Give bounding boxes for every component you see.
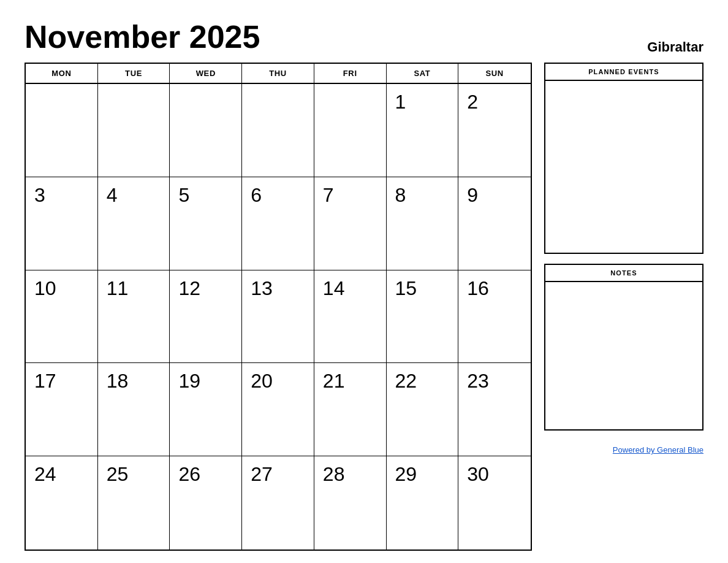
day-header-fri: FRI bbox=[314, 64, 387, 83]
day-number: 10 bbox=[34, 277, 56, 299]
region-title: Gibraltar bbox=[647, 39, 703, 55]
calendar-cell-2: 2 bbox=[458, 84, 531, 177]
calendar-cell-26: 26 bbox=[170, 456, 242, 550]
calendar-cell-8: 8 bbox=[387, 177, 459, 270]
day-header-sat: SAT bbox=[387, 64, 459, 83]
day-number: 23 bbox=[467, 370, 489, 392]
calendar-cell-3: 3 bbox=[26, 177, 98, 270]
day-number: 30 bbox=[467, 463, 489, 485]
calendar-cell-empty bbox=[170, 84, 242, 177]
day-number: 5 bbox=[178, 184, 189, 206]
planned-events-body bbox=[545, 81, 702, 253]
calendar-cell-16: 16 bbox=[458, 270, 531, 364]
footer: Powered by General Blue bbox=[544, 440, 703, 454]
month-title: November 2025 bbox=[25, 18, 260, 55]
calendar-cell-1: 1 bbox=[387, 84, 459, 177]
calendar-cell-18: 18 bbox=[98, 363, 170, 456]
calendar-cell-20: 20 bbox=[242, 363, 314, 456]
calendar-cell-empty bbox=[314, 84, 387, 177]
calendar-cell-14: 14 bbox=[314, 270, 387, 364]
calendar-cell-6: 6 bbox=[242, 177, 314, 270]
day-number: 15 bbox=[395, 277, 417, 299]
day-number: 24 bbox=[34, 463, 56, 485]
day-number: 4 bbox=[107, 184, 118, 206]
calendar-cell-9: 9 bbox=[458, 177, 531, 270]
calendar-cell-23: 23 bbox=[458, 363, 531, 456]
day-number: 2 bbox=[467, 91, 478, 113]
notes-box: NOTES bbox=[544, 264, 703, 431]
calendar-cell-empty bbox=[26, 84, 98, 177]
day-number: 14 bbox=[323, 277, 345, 299]
calendar-cell-12: 12 bbox=[170, 270, 242, 364]
main-content: MON TUE WED THU FRI SAT SUN 1 2 bbox=[25, 63, 703, 551]
calendar-cell-22: 22 bbox=[387, 363, 459, 456]
page-header: November 2025 Gibraltar bbox=[25, 18, 703, 55]
calendar-grid: 1 2 3 4 5 6 7 bbox=[26, 84, 531, 550]
page: November 2025 Gibraltar MON TUE WED THU … bbox=[0, 0, 728, 563]
day-number: 6 bbox=[251, 184, 262, 206]
calendar-cell-19: 19 bbox=[170, 363, 242, 456]
calendar-header: MON TUE WED THU FRI SAT SUN bbox=[26, 64, 531, 84]
day-number: 18 bbox=[107, 370, 129, 392]
notes-title: NOTES bbox=[545, 265, 702, 282]
calendar-cell-15: 15 bbox=[387, 270, 459, 364]
calendar-cell-30: 30 bbox=[458, 456, 531, 550]
calendar-cell-11: 11 bbox=[98, 270, 170, 364]
day-number: 29 bbox=[395, 463, 417, 485]
day-number: 20 bbox=[251, 370, 273, 392]
calendar-cell-21: 21 bbox=[314, 363, 387, 456]
day-number: 26 bbox=[178, 463, 200, 485]
calendar-cell-27: 27 bbox=[242, 456, 314, 550]
calendar-cell-13: 13 bbox=[242, 270, 314, 364]
calendar-cell-empty bbox=[242, 84, 314, 177]
day-number: 13 bbox=[251, 277, 273, 299]
day-number: 22 bbox=[395, 370, 417, 392]
sidebar: PLANNED EVENTS NOTES Powered by General … bbox=[544, 63, 703, 551]
day-header-wed: WED bbox=[170, 64, 242, 83]
day-number: 21 bbox=[323, 370, 345, 392]
day-header-tue: TUE bbox=[98, 64, 170, 83]
calendar-cell-4: 4 bbox=[98, 177, 170, 270]
calendar-cell-25: 25 bbox=[98, 456, 170, 550]
day-number: 11 bbox=[107, 277, 129, 299]
day-number: 25 bbox=[107, 463, 129, 485]
day-number: 28 bbox=[323, 463, 345, 485]
calendar-cell-10: 10 bbox=[26, 270, 98, 364]
calendar-section: MON TUE WED THU FRI SAT SUN 1 2 bbox=[25, 63, 532, 551]
day-number: 9 bbox=[467, 184, 478, 206]
calendar-cell-28: 28 bbox=[314, 456, 387, 550]
powered-by-link[interactable]: Powered by General Blue bbox=[613, 445, 703, 454]
planned-events-title: PLANNED EVENTS bbox=[545, 64, 702, 81]
day-number: 16 bbox=[467, 277, 489, 299]
day-number: 7 bbox=[323, 184, 334, 206]
day-number: 1 bbox=[395, 91, 406, 113]
calendar-cell-17: 17 bbox=[26, 363, 98, 456]
day-header-thu: THU bbox=[242, 64, 314, 83]
notes-body bbox=[545, 282, 702, 429]
calendar-cell-5: 5 bbox=[170, 177, 242, 270]
calendar-cell-29: 29 bbox=[387, 456, 459, 550]
day-number: 3 bbox=[34, 184, 45, 206]
day-number: 19 bbox=[178, 370, 200, 392]
calendar-cell-7: 7 bbox=[314, 177, 387, 270]
planned-events-box: PLANNED EVENTS bbox=[544, 63, 703, 254]
day-number: 8 bbox=[395, 184, 406, 206]
day-number: 12 bbox=[178, 277, 200, 299]
calendar-cell-24: 24 bbox=[26, 456, 98, 550]
day-number: 27 bbox=[251, 463, 273, 485]
day-number: 17 bbox=[34, 370, 56, 392]
calendar-cell-empty bbox=[98, 84, 170, 177]
day-header-mon: MON bbox=[26, 64, 98, 83]
day-header-sun: SUN bbox=[458, 64, 531, 83]
